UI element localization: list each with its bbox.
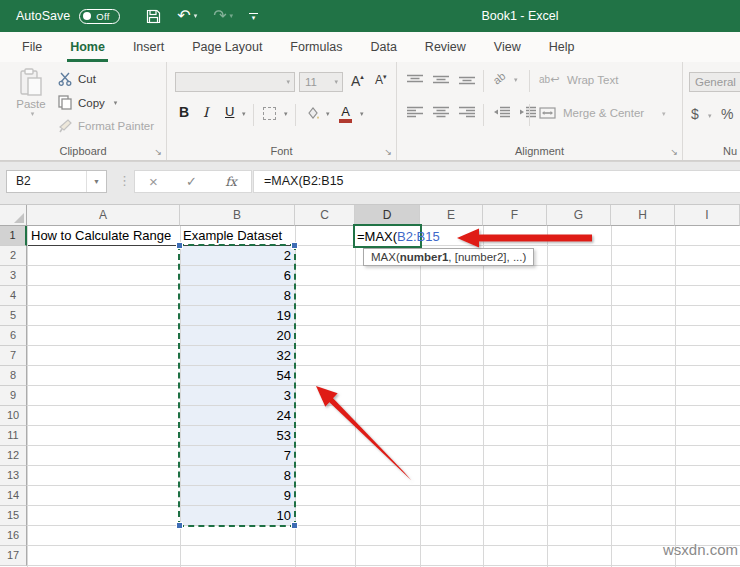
paste-button[interactable]: Paste ▾ (8, 68, 54, 146)
cancel-icon[interactable]: × (149, 173, 158, 190)
increase-indent-icon[interactable] (519, 106, 536, 118)
clipboard-dialog-launcher[interactable]: ↘ (154, 147, 162, 157)
merge-center-label[interactable]: Merge & Center (563, 107, 644, 119)
paste-dropdown-icon[interactable]: ▾ (31, 110, 35, 118)
currency-format-button[interactable]: $ (691, 106, 699, 130)
underline-dropdown-icon[interactable]: ▾ (242, 110, 246, 118)
tab-help[interactable]: Help (535, 32, 589, 62)
row-header-6[interactable]: 6 (0, 326, 27, 346)
bold-button[interactable]: B (179, 104, 189, 128)
select-all-corner[interactable] (0, 205, 27, 226)
tab-page-layout[interactable]: Page Layout (178, 32, 276, 62)
tab-formulas[interactable]: Formulas (276, 32, 356, 62)
save-button[interactable] (140, 4, 167, 28)
currency-dropdown-icon[interactable]: ▾ (708, 112, 712, 120)
selection-handle[interactable] (176, 242, 183, 249)
italic-button[interactable]: I (203, 104, 208, 128)
underline-button[interactable]: U (225, 104, 234, 128)
row-header-14[interactable]: 14 (0, 486, 27, 506)
row-header-3[interactable]: 3 (0, 266, 27, 286)
row-header-9[interactable]: 9 (0, 386, 27, 406)
formula-bar-handle[interactable]: ⋮ (118, 173, 129, 188)
row-header-4[interactable]: 4 (0, 286, 27, 306)
enter-icon[interactable]: ✓ (186, 174, 197, 189)
wrap-text-label[interactable]: Wrap Text (567, 74, 618, 86)
cell-B1[interactable]: Example Dataset (180, 226, 295, 246)
tab-insert[interactable]: Insert (119, 32, 178, 62)
column-header-I[interactable]: I (675, 205, 740, 226)
column-header-E[interactable]: E (420, 205, 483, 226)
selection-handle[interactable] (176, 522, 183, 529)
row-header-1[interactable]: 1 (0, 226, 27, 246)
row-header-8[interactable]: 8 (0, 366, 27, 386)
merge-center-dropdown-icon[interactable]: ▾ (662, 110, 666, 118)
selection-handle[interactable] (291, 242, 298, 249)
row-header-13[interactable]: 13 (0, 466, 27, 486)
row-header-15[interactable]: 15 (0, 506, 27, 526)
align-left-icon[interactable] (407, 106, 423, 118)
column-header-A[interactable]: A (27, 205, 180, 226)
name-box-dropdown-icon[interactable]: ▼ (86, 171, 106, 192)
row-header-17[interactable]: 17 (0, 546, 27, 566)
align-middle-icon[interactable] (433, 74, 449, 85)
orientation-button[interactable]: ab (491, 70, 508, 87)
undo-dropdown-icon[interactable]: ▾ (194, 12, 198, 20)
autosave-toggle[interactable]: Off (79, 9, 120, 24)
row-header-11[interactable]: 11 (0, 426, 27, 446)
alignment-dialog-launcher[interactable]: ↘ (670, 147, 678, 157)
copy-button[interactable]: Copy ▾ (58, 95, 117, 110)
row-header-2[interactable]: 2 (0, 246, 27, 266)
column-header-F[interactable]: F (483, 205, 547, 226)
active-cell-editor-D1[interactable]: =MAX(B2:B15 (353, 224, 422, 248)
row-header-7[interactable]: 7 (0, 346, 27, 366)
align-top-icon[interactable] (407, 74, 423, 85)
percent-format-button[interactable]: % (721, 106, 733, 130)
font-size-combo[interactable]: 11▾ (299, 72, 343, 92)
fill-color-dropdown-icon[interactable]: ▾ (326, 110, 330, 118)
tab-view[interactable]: View (480, 32, 535, 62)
gridline (27, 505, 740, 506)
wrap-text-button[interactable]: ab↩ (539, 73, 559, 86)
number-format-combo[interactable]: General (689, 72, 740, 92)
borders-button[interactable] (263, 107, 276, 131)
row-header-12[interactable]: 12 (0, 446, 27, 466)
fill-color-button[interactable] (305, 106, 320, 130)
font-color-button[interactable]: A (339, 104, 352, 128)
selection-handle[interactable] (291, 522, 298, 529)
column-header-D[interactable]: D (355, 205, 420, 226)
tab-review[interactable]: Review (411, 32, 480, 62)
decrease-indent-icon[interactable] (493, 106, 510, 118)
column-header-H[interactable]: H (611, 205, 675, 226)
merge-center-icon[interactable] (539, 107, 556, 119)
column-header-G[interactable]: G (547, 205, 611, 226)
orientation-dropdown-icon[interactable]: ▾ (514, 76, 518, 84)
column-header-C[interactable]: C (295, 205, 355, 226)
shrink-font-button[interactable]: A▾ (375, 73, 387, 97)
column-header-B[interactable]: B (180, 205, 295, 226)
copy-dropdown-icon[interactable]: ▾ (114, 99, 118, 107)
tab-home[interactable]: Home (56, 32, 119, 62)
borders-dropdown-icon[interactable]: ▾ (284, 110, 288, 118)
row-header-16[interactable]: 16 (0, 526, 27, 546)
grow-font-button[interactable]: A▴ (351, 73, 364, 97)
cell-A1[interactable]: How to Calculate Range (28, 226, 180, 246)
row-header-10[interactable]: 10 (0, 406, 27, 426)
insert-function-button[interactable]: fx (225, 174, 237, 189)
tab-data[interactable]: Data (356, 32, 410, 62)
cut-button[interactable]: Cut (58, 72, 96, 86)
row-header-5[interactable]: 5 (0, 306, 27, 326)
font-dialog-launcher[interactable]: ↘ (384, 147, 392, 157)
name-box[interactable]: B2 ▼ (6, 170, 107, 193)
align-bottom-icon[interactable] (459, 74, 475, 85)
align-center-icon[interactable] (433, 106, 449, 118)
redo-button[interactable]: ↷▾ (207, 4, 239, 28)
font-color-dropdown-icon[interactable]: ▾ (360, 110, 364, 118)
tab-file[interactable]: File (8, 32, 56, 62)
customize-qat-button[interactable]: ▾ (243, 4, 264, 28)
align-right-icon[interactable] (459, 106, 475, 118)
undo-button[interactable]: ↶▾ (171, 4, 203, 28)
font-name-combo[interactable]: ▾ (175, 72, 295, 92)
format-painter-button[interactable]: Format Painter (58, 119, 154, 133)
gridline (27, 405, 740, 406)
formula-input[interactable]: =MAX(B2:B15 (253, 170, 740, 193)
